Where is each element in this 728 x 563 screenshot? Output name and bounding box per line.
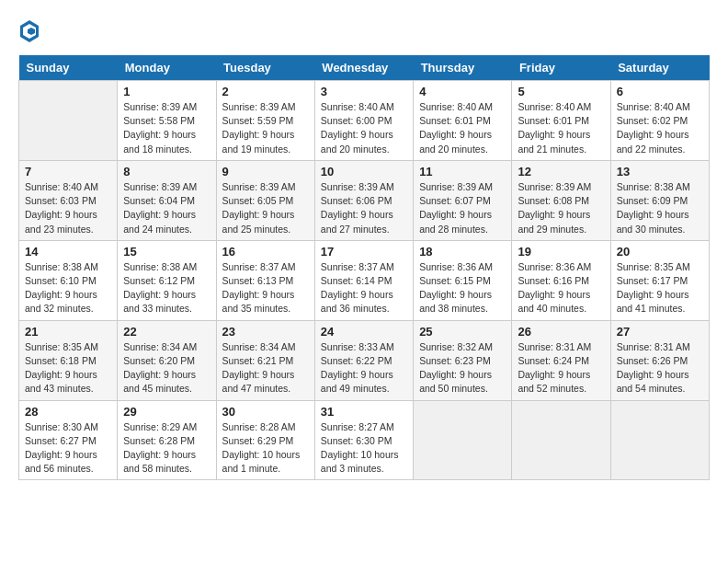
calendar-cell: 7Sunrise: 8:40 AM Sunset: 6:03 PM Daylig… [19, 160, 118, 240]
calendar-day-header: Tuesday [216, 55, 314, 81]
day-number: 23 [222, 325, 309, 339]
day-number: 22 [123, 325, 210, 339]
calendar-cell: 20Sunrise: 8:35 AM Sunset: 6:17 PM Dayli… [610, 240, 709, 320]
logo-icon [18, 18, 40, 44]
calendar-cell: 13Sunrise: 8:38 AM Sunset: 6:09 PM Dayli… [610, 160, 709, 240]
day-info: Sunrise: 8:33 AM Sunset: 6:22 PM Dayligh… [321, 340, 407, 396]
day-info: Sunrise: 8:40 AM Sunset: 6:00 PM Dayligh… [321, 100, 407, 156]
day-number: 3 [321, 85, 407, 98]
calendar-cell: 30Sunrise: 8:28 AM Sunset: 6:29 PM Dayli… [216, 400, 314, 480]
calendar-cell [414, 400, 512, 480]
day-number: 15 [123, 245, 210, 259]
day-info: Sunrise: 8:40 AM Sunset: 6:03 PM Dayligh… [25, 180, 111, 236]
day-info: Sunrise: 8:29 AM Sunset: 6:28 PM Dayligh… [123, 420, 210, 477]
day-info: Sunrise: 8:36 AM Sunset: 6:16 PM Dayligh… [518, 260, 604, 316]
calendar-week-row: 14Sunrise: 8:38 AM Sunset: 6:10 PM Dayli… [19, 240, 710, 320]
day-number: 16 [222, 245, 309, 259]
calendar-cell: 26Sunrise: 8:31 AM Sunset: 6:24 PM Dayli… [512, 320, 610, 400]
calendar-cell: 17Sunrise: 8:37 AM Sunset: 6:14 PM Dayli… [314, 240, 413, 320]
calendar-cell: 18Sunrise: 8:36 AM Sunset: 6:15 PM Dayli… [414, 240, 512, 320]
day-info: Sunrise: 8:35 AM Sunset: 6:18 PM Dayligh… [25, 340, 111, 396]
day-number: 20 [617, 245, 703, 259]
day-number: 28 [25, 405, 111, 419]
page-header [18, 18, 710, 46]
day-info: Sunrise: 8:39 AM Sunset: 6:08 PM Dayligh… [518, 180, 604, 236]
calendar-cell: 24Sunrise: 8:33 AM Sunset: 6:22 PM Dayli… [314, 320, 413, 400]
calendar-header-row: SundayMondayTuesdayWednesdayThursdayFrid… [19, 55, 710, 81]
day-number: 7 [25, 165, 111, 178]
day-info: Sunrise: 8:34 AM Sunset: 6:21 PM Dayligh… [222, 340, 309, 396]
logo [18, 18, 44, 46]
day-info: Sunrise: 8:31 AM Sunset: 6:24 PM Dayligh… [518, 340, 604, 396]
day-number: 8 [123, 165, 210, 178]
day-number: 13 [617, 165, 703, 178]
day-number: 18 [419, 245, 506, 259]
calendar-cell [19, 81, 118, 161]
day-info: Sunrise: 8:37 AM Sunset: 6:14 PM Dayligh… [321, 260, 407, 316]
calendar-cell: 8Sunrise: 8:39 AM Sunset: 6:04 PM Daylig… [118, 160, 216, 240]
calendar-cell: 12Sunrise: 8:39 AM Sunset: 6:08 PM Dayli… [512, 160, 610, 240]
calendar-cell: 11Sunrise: 8:39 AM Sunset: 6:07 PM Dayli… [414, 160, 512, 240]
day-info: Sunrise: 8:40 AM Sunset: 6:01 PM Dayligh… [419, 100, 506, 156]
calendar-day-header: Sunday [19, 55, 118, 81]
day-info: Sunrise: 8:40 AM Sunset: 6:02 PM Dayligh… [617, 100, 703, 156]
calendar-cell: 29Sunrise: 8:29 AM Sunset: 6:28 PM Dayli… [118, 400, 216, 480]
calendar-cell: 9Sunrise: 8:39 AM Sunset: 6:05 PM Daylig… [216, 160, 314, 240]
day-number: 9 [222, 165, 309, 178]
day-number: 29 [123, 405, 210, 419]
calendar-cell: 10Sunrise: 8:39 AM Sunset: 6:06 PM Dayli… [314, 160, 413, 240]
calendar-cell: 15Sunrise: 8:38 AM Sunset: 6:12 PM Dayli… [118, 240, 216, 320]
calendar-cell: 14Sunrise: 8:38 AM Sunset: 6:10 PM Dayli… [19, 240, 118, 320]
day-number: 6 [617, 85, 703, 98]
day-info: Sunrise: 8:32 AM Sunset: 6:23 PM Dayligh… [419, 340, 506, 396]
day-number: 26 [518, 325, 604, 339]
day-info: Sunrise: 8:39 AM Sunset: 6:06 PM Dayligh… [321, 180, 407, 236]
day-info: Sunrise: 8:39 AM Sunset: 6:07 PM Dayligh… [419, 180, 506, 236]
calendar-day-header: Monday [118, 55, 216, 81]
calendar-cell: 28Sunrise: 8:30 AM Sunset: 6:27 PM Dayli… [19, 400, 118, 480]
day-info: Sunrise: 8:38 AM Sunset: 6:12 PM Dayligh… [123, 260, 210, 316]
calendar-cell: 23Sunrise: 8:34 AM Sunset: 6:21 PM Dayli… [216, 320, 314, 400]
calendar-cell: 4Sunrise: 8:40 AM Sunset: 6:01 PM Daylig… [414, 81, 512, 161]
calendar-cell: 31Sunrise: 8:27 AM Sunset: 6:30 PM Dayli… [314, 400, 413, 480]
calendar-cell: 21Sunrise: 8:35 AM Sunset: 6:18 PM Dayli… [19, 320, 118, 400]
calendar-cell: 25Sunrise: 8:32 AM Sunset: 6:23 PM Dayli… [414, 320, 512, 400]
calendar-cell [512, 400, 610, 480]
calendar-cell: 3Sunrise: 8:40 AM Sunset: 6:00 PM Daylig… [314, 81, 413, 161]
day-number: 24 [321, 325, 407, 339]
day-number: 17 [321, 245, 407, 259]
day-number: 10 [321, 165, 407, 178]
calendar-day-header: Saturday [610, 55, 709, 81]
calendar-day-header: Thursday [414, 55, 512, 81]
day-number: 11 [419, 165, 506, 178]
day-number: 12 [518, 165, 604, 178]
day-number: 27 [617, 325, 703, 339]
day-info: Sunrise: 8:30 AM Sunset: 6:27 PM Dayligh… [25, 420, 111, 477]
calendar-day-header: Wednesday [314, 55, 413, 81]
calendar-cell: 2Sunrise: 8:39 AM Sunset: 5:59 PM Daylig… [216, 81, 314, 161]
calendar-week-row: 7Sunrise: 8:40 AM Sunset: 6:03 PM Daylig… [19, 160, 710, 240]
calendar-cell: 16Sunrise: 8:37 AM Sunset: 6:13 PM Dayli… [216, 240, 314, 320]
day-info: Sunrise: 8:39 AM Sunset: 5:58 PM Dayligh… [123, 100, 210, 156]
day-number: 2 [222, 85, 309, 98]
calendar-cell: 6Sunrise: 8:40 AM Sunset: 6:02 PM Daylig… [610, 81, 709, 161]
day-number: 19 [518, 245, 604, 259]
day-info: Sunrise: 8:39 AM Sunset: 6:04 PM Dayligh… [123, 180, 210, 236]
day-info: Sunrise: 8:39 AM Sunset: 5:59 PM Dayligh… [222, 100, 309, 156]
day-number: 4 [419, 85, 506, 98]
day-info: Sunrise: 8:40 AM Sunset: 6:01 PM Dayligh… [518, 100, 604, 156]
day-info: Sunrise: 8:35 AM Sunset: 6:17 PM Dayligh… [617, 260, 703, 316]
calendar-cell: 27Sunrise: 8:31 AM Sunset: 6:26 PM Dayli… [610, 320, 709, 400]
calendar-cell: 5Sunrise: 8:40 AM Sunset: 6:01 PM Daylig… [512, 81, 610, 161]
calendar-cell: 22Sunrise: 8:34 AM Sunset: 6:20 PM Dayli… [118, 320, 216, 400]
day-info: Sunrise: 8:34 AM Sunset: 6:20 PM Dayligh… [123, 340, 210, 396]
calendar-cell [610, 400, 709, 480]
day-info: Sunrise: 8:39 AM Sunset: 6:05 PM Dayligh… [222, 180, 309, 236]
day-number: 31 [321, 405, 407, 419]
calendar-cell: 1Sunrise: 8:39 AM Sunset: 5:58 PM Daylig… [118, 81, 216, 161]
day-info: Sunrise: 8:38 AM Sunset: 6:10 PM Dayligh… [25, 260, 111, 316]
calendar-week-row: 1Sunrise: 8:39 AM Sunset: 5:58 PM Daylig… [19, 81, 710, 161]
day-number: 1 [123, 85, 210, 98]
day-info: Sunrise: 8:27 AM Sunset: 6:30 PM Dayligh… [321, 420, 407, 477]
day-info: Sunrise: 8:28 AM Sunset: 6:29 PM Dayligh… [222, 420, 309, 477]
